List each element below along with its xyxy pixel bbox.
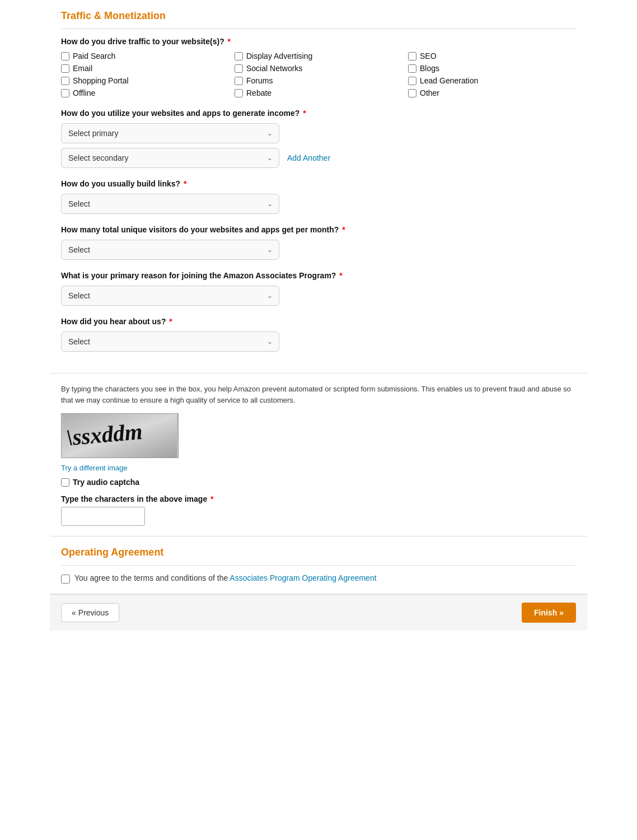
checkbox-rebate-input[interactable] (235, 89, 243, 97)
finish-chevron-icon: » (559, 608, 564, 617)
checkbox-email-input[interactable] (61, 64, 69, 73)
visitors-question-block: How many total unique visitors do your w… (61, 225, 576, 260)
required-star-captcha: * (208, 494, 213, 503)
reason-select[interactable]: Select (61, 286, 279, 306)
add-another-link[interactable]: Add Another (287, 153, 330, 162)
primary-select[interactable]: Select primary (61, 123, 279, 143)
audio-captcha-row: Try audio captcha (61, 478, 576, 487)
captcha-text-input[interactable] (61, 507, 145, 526)
checkbox-display-advertising-input[interactable] (235, 52, 243, 60)
audio-captcha-label[interactable]: Try audio captcha (73, 478, 139, 487)
traffic-monetization-section: Traffic & Monetization How do you drive … (50, 0, 587, 374)
traffic-question-label: How do you drive traffic to your website… (61, 37, 576, 46)
secondary-select-row: Select secondary ⌄ Add Another (61, 148, 576, 168)
previous-button[interactable]: « Previous (61, 603, 119, 622)
captcha-description: By typing the characters you see in the … (61, 384, 576, 405)
captcha-image: \ssxddm (61, 413, 179, 458)
links-question-block: How do you usually build links? * Select… (61, 179, 576, 214)
agreement-checkbox[interactable] (61, 575, 70, 584)
checkbox-offline-input[interactable] (61, 89, 69, 97)
links-select[interactable]: Select (61, 194, 279, 214)
required-star-hear: * (167, 317, 172, 326)
required-star-links: * (181, 179, 186, 188)
hear-select[interactable]: Select (61, 332, 279, 352)
checkbox-forums-input[interactable] (235, 77, 243, 85)
links-select-wrapper: Select ⌄ (61, 194, 279, 214)
captcha-section: By typing the characters you see in the … (50, 374, 587, 536)
checkbox-shopping-portal[interactable]: Shopping Portal (61, 76, 229, 85)
checkbox-shopping-portal-input[interactable] (61, 77, 69, 85)
required-star-visitors: * (340, 225, 345, 234)
primary-select-wrapper: Select primary ⌄ (61, 123, 279, 143)
operating-agreement-section: Operating Agreement You agree to the ter… (50, 536, 587, 594)
reason-question-label: What is your primary reason for joining … (61, 271, 576, 280)
checkbox-blogs-input[interactable] (408, 64, 416, 73)
hear-select-wrapper: Select ⌄ (61, 332, 279, 352)
traffic-checkbox-grid: Paid Search Display Advertising SEO Emai… (61, 52, 576, 97)
required-star: * (226, 37, 231, 46)
checkbox-lead-generation-input[interactable] (408, 77, 416, 85)
checkbox-display-advertising[interactable]: Display Advertising (235, 52, 402, 60)
previous-chevron-icon: « (72, 608, 76, 617)
visitors-select-wrapper: Select ⌄ (61, 240, 279, 260)
checkbox-lead-generation[interactable]: Lead Generation (408, 76, 576, 85)
secondary-select-wrapper: Select secondary ⌄ (61, 148, 279, 168)
income-question-block: How do you utilize your websites and app… (61, 109, 576, 168)
captcha-input-label: Type the characters in the above image * (61, 494, 576, 503)
traffic-question-block: How do you drive traffic to your website… (61, 37, 576, 97)
try-different-image-link[interactable]: Try a different image (61, 464, 576, 472)
checkbox-offline[interactable]: Offline (61, 88, 229, 97)
required-star-reason: * (337, 271, 342, 280)
visitors-question-label: How many total unique visitors do your w… (61, 225, 576, 234)
reason-select-wrapper: Select ⌄ (61, 286, 279, 306)
hear-question-label: How did you hear about us? * (61, 317, 576, 326)
agreement-row: You agree to the terms and conditions of… (61, 573, 576, 584)
agreement-text: You agree to the terms and conditions of… (74, 573, 377, 582)
captcha-svg: \ssxddm (62, 414, 178, 458)
checkbox-email[interactable]: Email (61, 64, 229, 73)
agreement-link[interactable]: Associates Program Operating Agreement (229, 573, 376, 582)
checkbox-rebate[interactable]: Rebate (235, 88, 402, 97)
checkbox-seo-input[interactable] (408, 52, 416, 60)
visitors-select[interactable]: Select (61, 240, 279, 260)
operating-agreement-title: Operating Agreement (61, 547, 576, 558)
checkbox-social-networks[interactable]: Social Networks (235, 64, 402, 73)
secondary-select[interactable]: Select secondary (61, 148, 279, 168)
primary-select-row: Select primary ⌄ (61, 123, 576, 143)
finish-button[interactable]: Finish » (522, 603, 576, 623)
links-question-label: How do you usually build links? * (61, 179, 576, 188)
income-question-label: How do you utilize your websites and app… (61, 109, 576, 118)
checkbox-seo[interactable]: SEO (408, 52, 576, 60)
hear-question-block: How did you hear about us? * Select ⌄ (61, 317, 576, 352)
checkbox-forums[interactable]: Forums (235, 76, 402, 85)
checkbox-social-networks-input[interactable] (235, 64, 243, 73)
section-title: Traffic & Monetization (61, 10, 576, 22)
footer-nav: « Previous Finish » (50, 594, 587, 631)
checkbox-other[interactable]: Other (408, 88, 576, 97)
audio-captcha-checkbox[interactable] (61, 478, 69, 487)
required-star-income: * (301, 109, 306, 118)
reason-question-block: What is your primary reason for joining … (61, 271, 576, 306)
checkbox-paid-search[interactable]: Paid Search (61, 52, 229, 60)
checkbox-other-input[interactable] (408, 89, 416, 97)
checkbox-paid-search-input[interactable] (61, 52, 69, 60)
checkbox-blogs[interactable]: Blogs (408, 64, 576, 73)
